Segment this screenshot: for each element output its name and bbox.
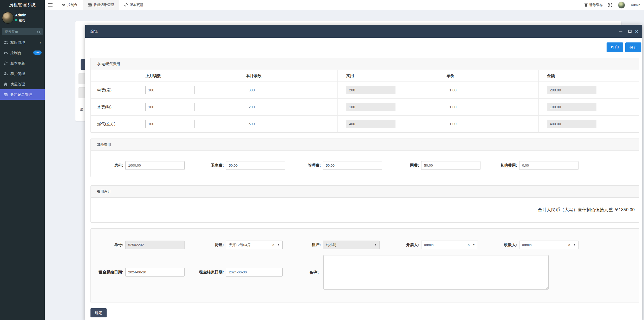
house-field: 房屋: 天河12号04房 × ▼ — [187, 241, 283, 249]
sidebar-item-label: 控制台 — [10, 51, 21, 55]
hot-badge: hot — [33, 51, 42, 55]
background-partial-text: 显 — [80, 107, 83, 112]
table-header-row: 上月读数 本月读数 实用 单价 金额 — [91, 70, 639, 82]
online-dot-icon — [15, 19, 17, 21]
col-curr-reading: 本月读数 — [237, 70, 338, 82]
electric-price-input[interactable] — [447, 86, 496, 94]
edit-modal: 编辑 × 打印 保存 水/电/燃气费用 上月读数 本月读数 实用 单价 金额 — [85, 25, 642, 320]
print-button[interactable]: 打印 — [607, 42, 623, 52]
tab-label: 收租记录管理 — [94, 3, 114, 7]
user-status: 在线 — [15, 18, 25, 23]
app-title: 房租管理系统 — [0, 0, 45, 10]
water-curr-input[interactable] — [246, 103, 295, 111]
hamburger-menu-icon[interactable] — [45, 0, 56, 10]
minimize-icon[interactable] — [619, 25, 623, 38]
rent-start-date-field: 租金起始日期: — [86, 268, 185, 277]
search-icon[interactable] — [37, 30, 41, 34]
gas-curr-input[interactable] — [246, 120, 295, 128]
search-input[interactable] — [2, 28, 43, 35]
close-icon[interactable]: × — [635, 25, 639, 38]
gas-used-input — [346, 120, 395, 128]
sidebar-item-dashboard[interactable]: 控制台 hot — [0, 48, 45, 58]
fullscreen-icon[interactable] — [608, 3, 612, 7]
user-panel: Admin 在线 — [0, 10, 45, 26]
issuer-field: 开票人: admin × ▼ — [382, 241, 478, 249]
caret-down-icon: ▼ — [374, 241, 377, 249]
rent-start-date-input[interactable] — [125, 268, 185, 277]
utilities-panel-title: 水/电/燃气费用 — [91, 58, 639, 70]
clear-selection-icon[interactable]: × — [568, 241, 570, 249]
management-fee-input[interactable] — [323, 161, 382, 170]
sidebar-item-label: 租户管理 — [10, 72, 25, 76]
refresh-icon — [4, 58, 9, 68]
sidebar: 房租管理系统 Admin 在线 权限管理 ‹ 控制台 hot — [0, 0, 45, 320]
water-prev-input[interactable] — [145, 103, 195, 111]
refresh-icon — [124, 3, 128, 7]
other-fee-field: 其他费用: — [480, 161, 578, 170]
electric-curr-input[interactable] — [246, 86, 295, 94]
rent-fee-input[interactable] — [125, 161, 185, 170]
utilities-panel: 水/电/燃气费用 上月读数 本月读数 实用 单价 金额 电费(度) — [90, 58, 639, 133]
house-select[interactable]: 天河12号04房 × ▼ — [226, 241, 283, 249]
table-icon — [88, 3, 92, 7]
remark-textarea[interactable] — [323, 255, 549, 290]
table-row-gas: 燃气(立方) — [91, 116, 639, 133]
restore-icon[interactable] — [628, 25, 632, 38]
sidebar-item-version-update[interactable]: 版本更新 — [0, 58, 45, 68]
caret-down-icon: ▼ — [473, 241, 475, 249]
tab-rent-records[interactable]: 收租记录管理 — [83, 0, 119, 10]
water-used-input — [346, 103, 395, 111]
clear-cache-button[interactable]: 清除缓存 — [584, 3, 603, 7]
clear-selection-icon[interactable]: × — [272, 241, 275, 249]
sidebar-item-label: 收租记录管理 — [10, 92, 32, 97]
user-name: Admin — [15, 13, 27, 17]
other-fees-panel-title: 其他费用 — [91, 139, 639, 151]
sidebar-item-houses[interactable]: 房屋管理 — [0, 79, 45, 89]
rent-end-date-input[interactable] — [226, 268, 283, 277]
utilities-table: 上月读数 本月读数 实用 单价 金额 电费(度) — [91, 70, 639, 133]
payee-select[interactable]: admin × ▼ — [519, 241, 578, 249]
table-icon — [4, 89, 9, 100]
avatar[interactable] — [618, 2, 625, 9]
sidebar-item-rent-records[interactable]: 收租记录管理 — [0, 89, 45, 100]
col-unit-price: 单价 — [438, 70, 538, 82]
clear-selection-icon[interactable]: × — [467, 241, 470, 249]
col-prev-reading: 上月读数 — [137, 70, 237, 82]
issuer-select[interactable]: admin × ▼ — [421, 241, 478, 249]
sidebar-menu: 权限管理 ‹ 控制台 hot 版本更新 租户管理 房屋管理 — [0, 37, 45, 100]
clear-cache-label: 清除缓存 — [589, 3, 603, 7]
table-row-water: 水费(吨) — [91, 99, 639, 116]
users-icon — [4, 68, 9, 79]
navbar-user-name[interactable]: Admin — [631, 3, 640, 7]
sidebar-item-label: 权限管理 — [10, 40, 25, 45]
modal-header: 编辑 × — [85, 25, 642, 38]
gauge-icon — [61, 3, 66, 7]
row-label: 燃气(立方) — [91, 116, 137, 133]
gas-prev-input[interactable] — [145, 120, 195, 128]
water-price-input[interactable] — [447, 103, 496, 111]
rent-fee-field: 房租: — [86, 161, 185, 170]
electric-used-input — [346, 86, 395, 94]
other-fee-input[interactable] — [519, 161, 578, 170]
order-number-input — [125, 241, 185, 249]
sidebar-item-label: 版本更新 — [10, 61, 25, 65]
tab-version-update[interactable]: 版本更新 — [119, 0, 148, 10]
confirm-button[interactable]: 确定 — [90, 308, 107, 317]
gas-price-input[interactable] — [447, 120, 496, 128]
rent-management-app: 房租管理系统 Admin 在线 权限管理 ‹ 控制台 hot — [0, 0, 644, 320]
sidebar-item-tenants[interactable]: 租户管理 — [0, 68, 45, 79]
total-panel-title: 费用总计 — [91, 186, 639, 198]
caret-down-icon: ▼ — [277, 241, 280, 249]
tab-dashboard[interactable]: 控制台 — [56, 0, 83, 10]
save-button[interactable]: 保存 — [625, 42, 641, 52]
other-fees-panel: 其他费用 — [90, 139, 639, 177]
internet-fee-input[interactable] — [421, 161, 480, 170]
col-used: 实用 — [338, 70, 438, 82]
sidebar-item-permissions[interactable]: 权限管理 ‹ — [0, 37, 45, 48]
avatar — [2, 12, 14, 24]
row-label: 水费(吨) — [91, 99, 137, 116]
remark-label: 备注: — [282, 270, 321, 275]
menu-search — [2, 28, 43, 35]
electric-prev-input[interactable] — [145, 86, 195, 94]
sanitation-fee-input[interactable] — [226, 161, 285, 170]
